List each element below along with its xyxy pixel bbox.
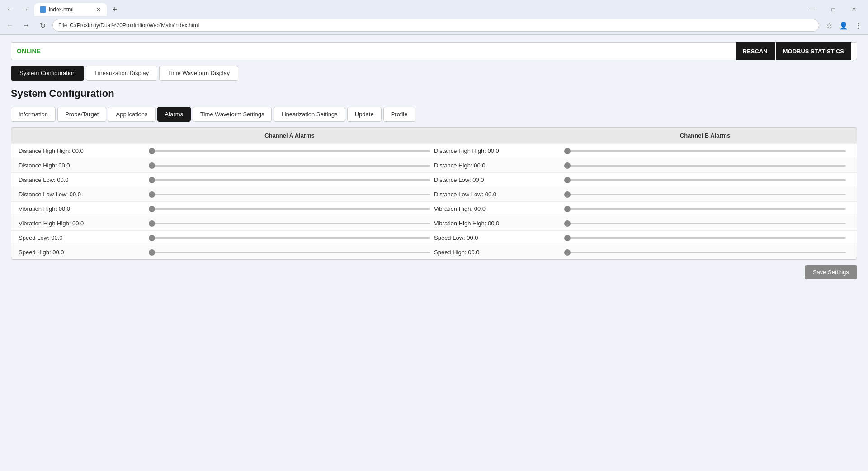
slider-a-6[interactable] xyxy=(149,237,430,239)
slider-container-a-3 xyxy=(145,194,434,195)
status-label: ONLINE xyxy=(17,48,736,55)
tab-bar: ← → index.html ✕ + ― □ ✕ xyxy=(0,0,868,16)
slider-a-1[interactable] xyxy=(149,165,430,167)
tab-bar-left: ← → index.html ✕ + xyxy=(4,3,120,16)
slider-container-b-7 xyxy=(561,252,849,253)
menu-button[interactable]: ⋮ xyxy=(852,19,864,32)
slider-a-3[interactable] xyxy=(149,194,430,195)
address-prefix: File xyxy=(58,22,67,29)
channel-b-header: Channel B Alarms xyxy=(561,132,849,139)
sub-tab-time-waveform-settings[interactable]: Time Waveform Settings xyxy=(193,107,272,122)
alarm-row: Vibration High High: 00.0 Vibration High… xyxy=(11,216,857,230)
slider-container-b-3 xyxy=(561,194,849,195)
slider-container-b-4 xyxy=(561,208,849,210)
slider-container-a-7 xyxy=(145,252,434,253)
slider-container-b-1 xyxy=(561,165,849,167)
tab-favicon xyxy=(40,6,46,13)
slider-a-2[interactable] xyxy=(149,179,430,181)
forward-nav-button[interactable]: → xyxy=(20,19,33,32)
slider-container-b-6 xyxy=(561,237,849,239)
toolbar-icons: ☆ 👤 ⋮ xyxy=(823,19,864,32)
slider-container-a-5 xyxy=(145,223,434,224)
address-input[interactable]: File C:/Proximity/Dual%20Proximitor/Web/… xyxy=(52,19,819,32)
slider-container-b-0 xyxy=(561,150,849,152)
app-container: ONLINE RESCAN MODBUS STATISTICS System C… xyxy=(0,35,868,471)
status-bar-right: RESCAN MODBUS STATISTICS xyxy=(736,42,851,60)
tab-label: index.html xyxy=(49,6,74,13)
alarm-row: Speed Low: 00.0 Speed Low: 00.0 xyxy=(11,230,857,245)
alarm-label-a-5: Vibration High High: 00.0 xyxy=(19,220,145,227)
slider-b-4[interactable] xyxy=(564,208,846,210)
profile-button[interactable]: 👤 xyxy=(837,19,850,32)
rescan-button[interactable]: RESCAN xyxy=(736,42,775,60)
status-bar: ONLINE RESCAN MODBUS STATISTICS xyxy=(11,42,857,60)
forward-button[interactable]: → xyxy=(19,3,32,16)
page-title: System Configuration xyxy=(11,88,857,100)
window-controls: ― □ ✕ xyxy=(802,1,864,18)
slider-b-6[interactable] xyxy=(564,237,846,239)
slider-b-7[interactable] xyxy=(564,252,846,253)
sub-tab-information[interactable]: Information xyxy=(11,107,56,122)
sub-tab-applications[interactable]: Applications xyxy=(108,107,155,122)
new-tab-button[interactable]: + xyxy=(109,4,120,15)
slider-b-2[interactable] xyxy=(564,179,846,181)
sub-tab-profile[interactable]: Profile xyxy=(383,107,415,122)
header-spacer-b xyxy=(434,132,561,139)
alarms-header: Channel A Alarms Channel B Alarms xyxy=(11,128,857,143)
save-settings-button[interactable]: Save Settings xyxy=(805,265,857,279)
alarm-row: Distance High High: 00.0 Distance High H… xyxy=(11,143,857,158)
alarm-label-a-2: Distance Low: 00.0 xyxy=(19,176,145,183)
slider-b-5[interactable] xyxy=(564,223,846,224)
alarm-label-b-5: Vibration High High: 00.0 xyxy=(434,220,561,227)
address-text: C:/Proximity/Dual%20Proximitor/Web/Main/… xyxy=(70,22,199,29)
sub-tab-update[interactable]: Update xyxy=(347,107,382,122)
browser-tab[interactable]: index.html ✕ xyxy=(34,3,107,16)
main-nav-tabs: System Configuration Linearization Displ… xyxy=(11,66,857,81)
back-nav-button[interactable]: ← xyxy=(4,19,16,32)
alarm-label-b-1: Distance High: 00.0 xyxy=(434,162,561,169)
refresh-button[interactable]: ↻ xyxy=(36,19,49,32)
slider-b-3[interactable] xyxy=(564,194,846,195)
alarm-row: Vibration High: 00.0 Vibration High: 00.… xyxy=(11,201,857,216)
slider-container-a-0 xyxy=(145,150,434,152)
alarm-row: Distance Low: 00.0 Distance Low: 00.0 xyxy=(11,172,857,187)
maximize-button[interactable]: □ xyxy=(823,1,844,18)
alarm-label-b-0: Distance High High: 00.0 xyxy=(434,147,561,154)
alarm-label-b-3: Distance Low Low: 00.0 xyxy=(434,191,561,198)
slider-container-b-2 xyxy=(561,179,849,181)
sub-tab-linearization-settings[interactable]: Linearization Settings xyxy=(274,107,345,122)
star-button[interactable]: ☆ xyxy=(823,19,835,32)
slider-a-0[interactable] xyxy=(149,150,430,152)
slider-container-a-1 xyxy=(145,165,434,167)
slider-container-a-4 xyxy=(145,208,434,210)
close-button[interactable]: ✕ xyxy=(844,1,864,18)
minimize-button[interactable]: ― xyxy=(802,1,823,18)
slider-a-7[interactable] xyxy=(149,252,430,253)
alarm-label-a-7: Speed High: 00.0 xyxy=(19,249,145,256)
slider-b-1[interactable] xyxy=(564,165,846,167)
back-button[interactable]: ← xyxy=(4,3,16,16)
slider-a-5[interactable] xyxy=(149,223,430,224)
slider-a-4[interactable] xyxy=(149,208,430,210)
slider-container-a-6 xyxy=(145,237,434,239)
slider-container-b-5 xyxy=(561,223,849,224)
slider-b-0[interactable] xyxy=(564,150,846,152)
alarm-label-b-4: Vibration High: 00.0 xyxy=(434,205,561,212)
alarm-label-b-6: Speed Low: 00.0 xyxy=(434,234,561,241)
browser-chrome: ← → index.html ✕ + ― □ ✕ ← → ↻ File C:/P… xyxy=(0,0,868,35)
alarms-container: Channel A Alarms Channel B Alarms Distan… xyxy=(11,127,857,260)
alarm-row: Distance Low Low: 00.0 Distance Low Low:… xyxy=(11,187,857,201)
nav-tab-linearization-display[interactable]: Linearization Display xyxy=(86,66,157,81)
alarm-label-a-3: Distance Low Low: 00.0 xyxy=(19,191,145,198)
modbus-statistics-button[interactable]: MODBUS STATISTICS xyxy=(776,42,851,60)
alarm-label-a-0: Distance High High: 00.0 xyxy=(19,147,145,154)
alarm-label-a-4: Vibration High: 00.0 xyxy=(19,205,145,212)
tab-close-icon[interactable]: ✕ xyxy=(96,6,101,13)
nav-tab-time-waveform-display[interactable]: Time Waveform Display xyxy=(159,66,238,81)
sub-tabs: Information Probe/Target Applications Al… xyxy=(11,107,857,122)
sub-tab-probe-target[interactable]: Probe/Target xyxy=(57,107,106,122)
alarm-label-a-1: Distance High: 00.0 xyxy=(19,162,145,169)
sub-tab-alarms[interactable]: Alarms xyxy=(157,107,191,122)
nav-tab-system-configuration[interactable]: System Configuration xyxy=(11,66,84,81)
alarm-label-b-2: Distance Low: 00.0 xyxy=(434,176,561,183)
